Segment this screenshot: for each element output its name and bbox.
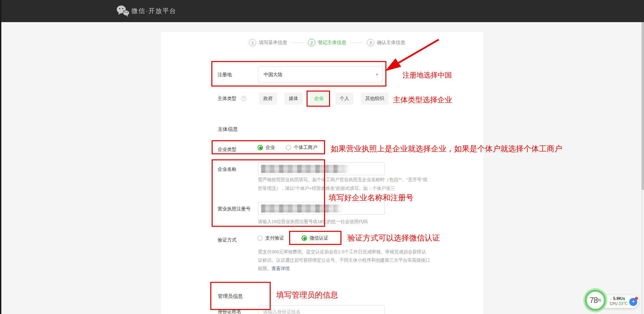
subject-type-government-button[interactable]: 政府: [259, 93, 277, 105]
verification-method-label: 验证方式: [218, 237, 236, 243]
license-number-label: 营业执照注册号: [218, 206, 251, 212]
step-2-number: 2: [308, 39, 315, 46]
annotation-admin-info: 填写管理员的信息: [276, 290, 338, 300]
registration-area-value: 中国大陆: [264, 67, 282, 82]
admin-info-section-title: 管理员信息: [218, 293, 243, 300]
subject-type-label: 主体类型: [218, 96, 236, 102]
left-edge-strip: [0, 0, 1, 314]
id-name-field-wrap: [258, 305, 385, 314]
percent-sign: %: [597, 298, 601, 303]
question-mark-icon[interactable]: ?: [241, 96, 246, 101]
app-root: 微信·开放平台 1 填写基本信息 2 登记主体信息 3 确认主体信息 注册地 中…: [0, 0, 644, 314]
network-speed-value: 5.9K/s: [613, 296, 625, 301]
id-name-label: 身份证姓名: [218, 309, 241, 314]
chevron-down-icon: ▾: [376, 67, 378, 82]
license-number-help: 请输入15位营业执照注册号或18位的统一社会信用代码: [258, 217, 368, 226]
cpu-temperature: 33℃: [619, 301, 628, 306]
verification-method-radio-group: 支付验证 微信认证: [257, 235, 328, 241]
verification-help-line3-text: 权限。: [258, 266, 272, 271]
step-divider: [291, 43, 304, 43]
top-header-bar: 微信·开放平台: [0, 0, 644, 22]
cpu-label: CPU: [610, 302, 618, 306]
license-number-input[interactable]: [258, 202, 385, 215]
page-scrollbar[interactable]: [641, 22, 644, 314]
scrollbar-thumb[interactable]: [642, 22, 644, 190]
company-type-enterprise-radio[interactable]: [258, 145, 263, 150]
wechat-verification-radio[interactable]: [302, 235, 307, 241]
registration-area-label: 注册地: [218, 72, 232, 78]
verification-help-line2: 证标识。认证通过后可获得绑定公众号、不同主体小程序和创建第三方平台等高级接口: [258, 256, 430, 264]
company-name-help-line1: 需严格按照营业执照填写。如个体工商户营业执照无企业名称时（包括**、“无字号”或: [258, 175, 428, 184]
verification-help-line1: 需支付300元审核费用。提交认证后会在1-5个工作日完成审核。审核完成后会获得认: [258, 248, 426, 256]
subject-type-individual-button[interactable]: 个人: [335, 93, 354, 105]
step-3-number: 3: [367, 39, 374, 46]
step-2: 2 登记主体信息: [308, 39, 346, 46]
company-type-individual-business-radio[interactable]: [286, 145, 291, 150]
blurred-license-number-value: [261, 204, 343, 213]
company-type-enterprise-label: 企业: [266, 145, 275, 151]
step-2-label: 登记主体信息: [318, 40, 346, 46]
step-divider: [350, 43, 363, 43]
step-1-number: 1: [249, 39, 256, 46]
company-type-individual-business-label: 个体工商户: [294, 145, 317, 151]
subject-type-other-button[interactable]: 其他组织: [361, 93, 388, 105]
step-indicator: 1 填写基本信息 2 登记主体信息 3 确认主体信息: [249, 39, 405, 46]
subject-type-media-button[interactable]: 媒体: [284, 93, 303, 105]
step-3: 3 确认主体信息: [367, 39, 405, 46]
wechat-logo-icon: [116, 5, 130, 18]
subject-type-button-group: 政府 媒体 企业 个人 其他组织: [259, 93, 388, 105]
step-1: 1 填写基本信息: [249, 39, 287, 46]
verification-help-line3: 权限。查看详情: [258, 264, 290, 273]
annotation-verification: 验证方式可以选择微信认证: [347, 233, 440, 243]
notification-dot: [635, 297, 638, 300]
id-name-input[interactable]: [258, 306, 384, 314]
annotation-registration-area: 注册地选择中国: [402, 70, 452, 80]
annotation-subject-type: 主体类型选择企业: [393, 95, 452, 105]
company-name-input[interactable]: [258, 162, 385, 175]
registration-area-select[interactable]: 中国大陆 ▾: [258, 66, 383, 83]
step-3-label: 确认主体信息: [377, 40, 405, 46]
company-name-label: 企业名称: [218, 166, 236, 172]
payment-verification-label: 支付验证: [265, 235, 284, 241]
subject-info-section-title: 主体信息: [218, 126, 238, 133]
company-type-label: 企业类型: [218, 147, 236, 153]
annotation-company-type: 如果营业执照上是企业就选择企业，如果是个体户就选择个体工商户: [331, 144, 562, 154]
wechat-verification-label: 微信认证: [310, 235, 328, 241]
view-details-link[interactable]: 查看详情: [272, 266, 290, 271]
download-arrow-icon: ↓: [610, 296, 612, 301]
brand-title: 微信·开放平台: [131, 0, 176, 22]
progress-percent-value: 78: [590, 296, 598, 305]
blurred-company-name-value: [261, 165, 351, 173]
step-1-label: 填写基本信息: [259, 40, 287, 46]
subject-type-enterprise-button[interactable]: 企业: [310, 93, 328, 105]
company-name-help-line2: 空等情况），请以“个体户+经营者姓名”的形式填写。如：个体户张三: [258, 184, 395, 193]
payment-verification-radio[interactable]: [257, 235, 263, 241]
company-type-radio-group: 企业 个体工商户: [258, 145, 317, 151]
progress-ring[interactable]: 78%: [585, 290, 606, 311]
annotation-name-and-license: 填写好企业名称和注册号: [329, 193, 414, 203]
